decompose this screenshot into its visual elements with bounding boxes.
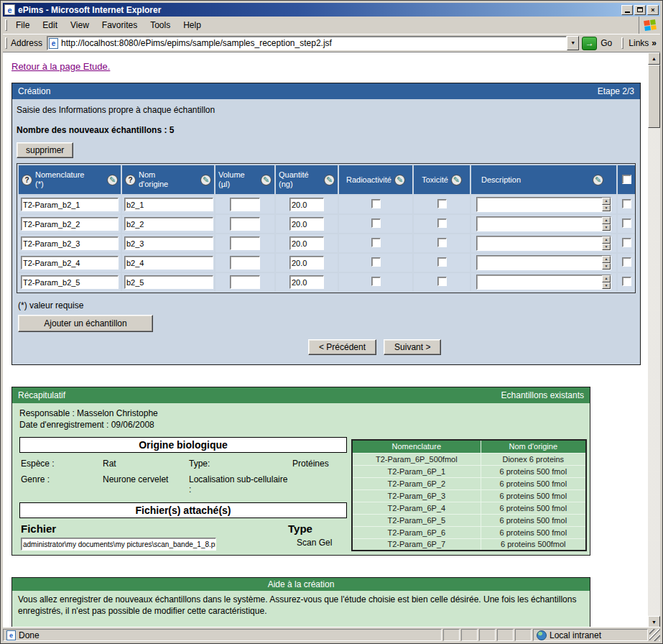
radioactivite-checkbox[interactable] xyxy=(371,218,381,228)
scrollbar-thumb[interactable] xyxy=(648,65,660,128)
nomenclature-input[interactable] xyxy=(21,275,119,289)
status-bar: e Done Local intranet xyxy=(3,627,660,641)
links-label[interactable]: Links xyxy=(626,38,652,48)
description-input[interactable]: ▲▼ xyxy=(476,216,611,231)
toxicite-checkbox[interactable] xyxy=(437,238,447,247)
quantite-input[interactable] xyxy=(289,256,324,270)
creation-subtitle: Saisie des Informations propre à chaque … xyxy=(12,99,640,115)
address-input[interactable]: e http://localhost:8080/ePims/epims/samp… xyxy=(47,36,567,50)
spin-down-icon[interactable]: ▼ xyxy=(602,205,611,212)
nom-origine-input[interactable] xyxy=(124,217,213,231)
description-input[interactable]: ▲▼ xyxy=(476,197,611,212)
toxicite-checkbox[interactable] xyxy=(437,277,447,286)
nom-origine-input[interactable] xyxy=(124,275,213,289)
row-select-checkbox[interactable] xyxy=(622,218,631,228)
spin-up-icon[interactable]: ▲ xyxy=(602,198,611,205)
spin-down-icon[interactable]: ▼ xyxy=(602,224,611,231)
add-sample-button[interactable]: Ajouter un échantillon xyxy=(18,315,153,332)
menu-tools[interactable]: Tools xyxy=(144,18,177,32)
description-input[interactable]: ▲▼ xyxy=(476,275,611,290)
toxicite-checkbox[interactable] xyxy=(437,257,447,267)
edit-icon[interactable]: ✎ xyxy=(593,175,603,185)
menu-edit[interactable]: Edit xyxy=(36,18,64,32)
nom-origine-input[interactable] xyxy=(124,256,213,270)
menu-help[interactable]: Help xyxy=(177,18,208,32)
radioactivite-checkbox[interactable] xyxy=(371,277,381,286)
radioactivite-checkbox[interactable] xyxy=(371,199,381,208)
close-button[interactable]: × xyxy=(647,5,659,15)
nomenclature-input[interactable] xyxy=(21,236,119,250)
attached-files-title: Fichier(s) attaché(s) xyxy=(19,502,347,518)
file-path-field[interactable]: administrator\my documents\my pictures\s… xyxy=(21,538,216,551)
description-input[interactable]: ▲▼ xyxy=(476,236,611,251)
volume-input[interactable] xyxy=(230,256,260,270)
menu-favorites[interactable]: Favorites xyxy=(96,18,144,32)
menu-view[interactable]: View xyxy=(64,18,96,32)
nomenclature-input[interactable] xyxy=(21,198,119,211)
quantite-input[interactable] xyxy=(289,236,324,250)
maximize-button[interactable] xyxy=(634,5,646,15)
row-select-checkbox[interactable] xyxy=(622,277,631,286)
spin-up-icon[interactable]: ▲ xyxy=(602,236,611,244)
go-button[interactable]: → xyxy=(582,37,597,50)
spin-up-icon[interactable]: ▲ xyxy=(602,275,611,282)
menu-grip[interactable] xyxy=(5,19,7,32)
vertical-scrollbar[interactable]: ▲ ▼ xyxy=(648,52,660,628)
genre-label: Genre : xyxy=(21,474,101,494)
edit-icon[interactable]: ✎ xyxy=(200,175,211,185)
radioactivite-checkbox[interactable] xyxy=(371,238,381,247)
edit-icon[interactable]: ✎ xyxy=(394,175,405,185)
minimize-button[interactable] xyxy=(621,5,633,15)
samples-table: ? Nomenclature(*) ✎ ? Nomd'origine ✎ xyxy=(17,163,636,293)
edit-icon[interactable]: ✎ xyxy=(451,175,462,185)
help-icon[interactable]: ? xyxy=(125,175,136,185)
description-input[interactable]: ▲▼ xyxy=(476,255,611,270)
address-grip[interactable] xyxy=(5,37,7,50)
row-select-checkbox[interactable] xyxy=(622,257,631,267)
select-all-checkbox[interactable] xyxy=(622,175,631,184)
table-row: T2-Param_6P_46 proteins 500 fmol xyxy=(352,502,586,514)
links-grip[interactable] xyxy=(621,37,623,50)
spin-up-icon[interactable]: ▲ xyxy=(602,256,611,263)
radioactivite-checkbox[interactable] xyxy=(371,257,381,267)
back-to-etude-link[interactable]: Retour à la page Etude. xyxy=(11,61,110,72)
spin-down-icon[interactable]: ▼ xyxy=(602,282,611,290)
quantite-input[interactable] xyxy=(289,198,324,211)
volume-input[interactable] xyxy=(230,236,260,250)
address-dropdown-button[interactable]: ▼ xyxy=(567,36,579,50)
page-icon: e xyxy=(49,38,58,49)
resize-grip[interactable] xyxy=(649,629,660,641)
volume-input[interactable] xyxy=(230,198,260,211)
spin-down-icon[interactable]: ▼ xyxy=(602,244,611,251)
nom-origine-input[interactable] xyxy=(124,236,213,250)
col-toxicite: Toxicité ✎ xyxy=(414,165,470,194)
row-select-checkbox[interactable] xyxy=(622,199,631,208)
toxicite-checkbox[interactable] xyxy=(437,199,447,208)
scroll-up-icon[interactable]: ▲ xyxy=(648,52,660,65)
volume-input[interactable] xyxy=(230,275,260,289)
edit-icon[interactable]: ✎ xyxy=(324,175,335,185)
sample-row: ▲▼ xyxy=(19,215,635,233)
next-button[interactable]: Suivant > xyxy=(384,339,441,355)
espece-value: Rat xyxy=(103,459,187,469)
row-select-checkbox[interactable] xyxy=(622,238,631,247)
spin-down-icon[interactable]: ▼ xyxy=(602,263,611,270)
go-label[interactable]: Go xyxy=(597,38,616,48)
quantite-input[interactable] xyxy=(289,275,324,289)
previous-button[interactable]: < Précédent xyxy=(308,339,376,355)
help-icon[interactable]: ? xyxy=(22,175,32,185)
chevron-icon[interactable]: » xyxy=(652,38,658,48)
delete-button[interactable]: supprimer xyxy=(17,142,73,158)
address-url[interactable]: http://localhost:8080/ePims/epims/sample… xyxy=(61,38,565,48)
toxicite-checkbox[interactable] xyxy=(437,218,447,228)
edit-icon[interactable]: ✎ xyxy=(261,175,272,185)
nomenclature-input[interactable] xyxy=(21,256,119,270)
volume-input[interactable] xyxy=(230,217,260,231)
nom-origine-input[interactable] xyxy=(124,198,213,211)
quantite-input[interactable] xyxy=(289,217,324,231)
spin-up-icon[interactable]: ▲ xyxy=(602,217,611,224)
edit-icon[interactable]: ✎ xyxy=(107,175,118,185)
menu-file[interactable]: File xyxy=(9,18,36,32)
nomenclature-input[interactable] xyxy=(21,217,119,231)
help-text: Vous allez enregistrer de nouveaux échan… xyxy=(12,591,590,617)
